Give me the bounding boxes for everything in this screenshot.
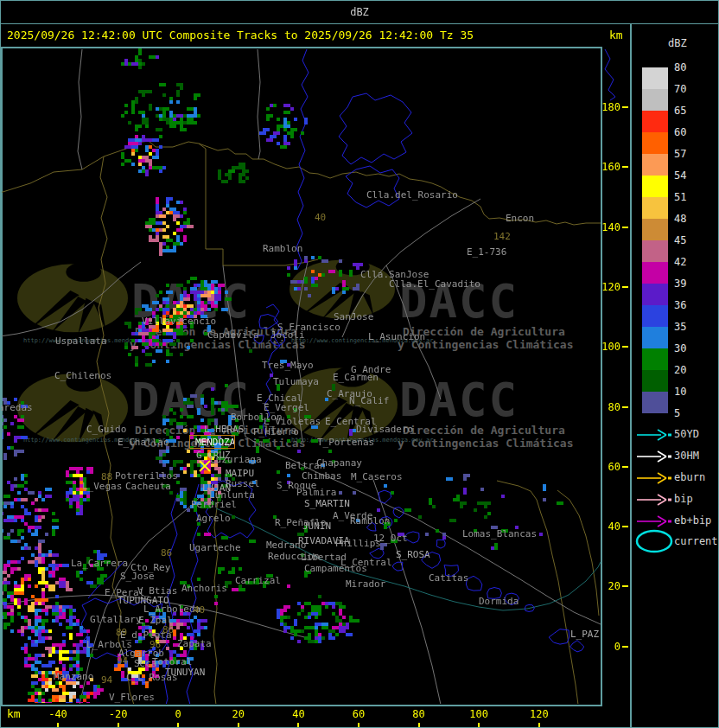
- place-label: R_Peñaflo: [275, 517, 327, 528]
- dbz-scale-label: 5: [674, 407, 700, 419]
- place-label: C_Chilenos: [54, 370, 111, 381]
- right-axis-tick-label: 60: [600, 461, 620, 473]
- dbz-scale-label: 10: [674, 386, 700, 398]
- dbz-scale-label: 65: [674, 105, 700, 117]
- place-label: Manzano: [54, 671, 93, 682]
- right-axis-tick-label: 20: [600, 580, 620, 592]
- place-label: 94: [117, 655, 128, 667]
- track-legend-item-50YD: 50YD: [632, 430, 719, 442]
- dbz-swatch-10: [642, 392, 668, 413]
- place-label: Gltallary: [90, 614, 142, 625]
- dbz-scale-label: 20: [674, 364, 700, 376]
- bottom-axis-tick: [538, 723, 540, 728]
- place-label: Perdriel: [191, 499, 237, 510]
- place-label: T_Porteñas: [317, 437, 374, 448]
- place-label: La_Carrera: [71, 558, 128, 569]
- right-axis-tick-label: 100: [600, 341, 620, 353]
- dbz-scale-label: 51: [674, 191, 700, 203]
- place-label: Ramblon: [350, 515, 390, 527]
- bottom-axis-tick: [478, 723, 480, 728]
- track-legend-label: eb+bip: [674, 514, 711, 527]
- right-axis-tick: [622, 166, 628, 168]
- place-label: P_Hierro: [253, 426, 299, 437]
- place-label: Jocoli: [270, 329, 305, 341]
- place-label: Campamentos: [304, 563, 367, 574]
- map-labels-layer: RamblonClla.del_RosarioEncon142E_1-73640…: [1, 47, 601, 705]
- place-label: 12_Oct: [373, 533, 408, 544]
- place-label: E_1-736: [467, 246, 506, 258]
- place-label: Zapata: [177, 638, 212, 649]
- place-label: Uspallata: [55, 335, 107, 347]
- dbz-scale-label: 35: [674, 321, 700, 333]
- track-legend-label: bip: [674, 493, 693, 505]
- dbz-scale-label: 36: [674, 299, 700, 311]
- place-label: L_Vegas: [82, 481, 122, 492]
- bottom-axis-tick-label: -20: [109, 708, 128, 720]
- legend-panel: dBZ 807065605754514845423936353020105 50…: [630, 23, 719, 728]
- right-axis-tick-label: 160: [600, 161, 620, 173]
- right-axis-unit-label: km: [609, 24, 623, 46]
- right-axis-tick: [622, 227, 628, 228]
- place-label: 86: [161, 547, 172, 559]
- place-label: S_ROSA: [396, 549, 430, 560]
- dbz-swatch-30: [642, 348, 668, 370]
- dbz-swatch-51: [642, 197, 668, 219]
- right-axis-tick: [622, 466, 628, 468]
- place-label: Villavicencio: [142, 316, 216, 327]
- place-label: Palmira: [296, 487, 336, 498]
- place-label: Luzuriaga: [210, 454, 262, 465]
- right-axis-tick: [622, 585, 628, 587]
- track-legend-label: eburn: [674, 471, 705, 483]
- place-label: C_L_Rosas: [126, 672, 178, 683]
- dbz-scale-label: 45: [674, 234, 700, 246]
- right-axis-tick-label: 140: [600, 221, 620, 233]
- right-axis-tick: [622, 106, 628, 108]
- place-label: M_Caseros: [351, 471, 403, 482]
- place-label: E_Carmen: [333, 372, 379, 383]
- place-label: Medrano: [266, 540, 306, 551]
- dbz-swatch-35: [642, 327, 668, 348]
- place-label: Lomas_Blancas: [462, 528, 537, 540]
- place-label: 94: [101, 674, 112, 686]
- track-legend-item-30HM: 30HM: [632, 451, 719, 463]
- dbz-scale-label: 30: [674, 342, 700, 354]
- place-label: V_Flores: [109, 692, 155, 703]
- place-label: 142: [493, 231, 511, 242]
- place-label: Ramblon: [263, 243, 302, 254]
- place-label: L_PAZ: [570, 629, 599, 640]
- right-axis-tick-label: 80: [600, 401, 620, 413]
- place-label: C_Guido: [86, 424, 126, 435]
- bottom-axis-tick: [57, 723, 59, 728]
- right-axis-tick: [622, 346, 628, 348]
- place-label: L_Asuncion: [368, 331, 425, 342]
- right-axis-tick: [622, 286, 628, 288]
- bottom-axis-tick-label: 120: [530, 708, 549, 720]
- place-label: Anchoris: [181, 583, 227, 594]
- bottom-axis: km -40-20020406080100120: [0, 705, 719, 728]
- bottom-axis-tick: [177, 723, 179, 728]
- dbz-swatch-80: [642, 67, 668, 89]
- place-label: Agrelo: [196, 513, 231, 524]
- bottom-axis-tick: [238, 723, 239, 728]
- dbz-swatch-36: [642, 305, 668, 327]
- place-label: S_Jose: [120, 571, 155, 582]
- dbz-swatch-48: [642, 219, 668, 240]
- bottom-axis-tick: [297, 723, 299, 728]
- right-axis-tick-label: 120: [600, 281, 620, 293]
- header-row: 2025/09/26 12:42:00 UTC Composite Tracks…: [0, 24, 719, 46]
- place-label: Capdevila: [207, 329, 259, 341]
- page-title: dBZ: [350, 6, 369, 18]
- place-label: Clla.del_Rosario: [366, 189, 458, 201]
- right-axis-tick: [622, 406, 628, 408]
- place-label: 86: [162, 624, 174, 635]
- track-legend-label: 50YD: [674, 428, 699, 440]
- title-bar: dBZ: [0, 0, 719, 24]
- place-label: Ugarteche: [189, 542, 241, 553]
- right-axis-tick: [622, 526, 628, 527]
- place-label: 89: [116, 627, 127, 638]
- dbz-swatch-45: [642, 240, 668, 262]
- right-axis-tick: [622, 646, 628, 648]
- right-axis-tick-label: 0: [600, 641, 620, 653]
- dbz-swatch-60: [642, 132, 668, 154]
- place-label: Clla.El_Cavadito: [389, 278, 480, 290]
